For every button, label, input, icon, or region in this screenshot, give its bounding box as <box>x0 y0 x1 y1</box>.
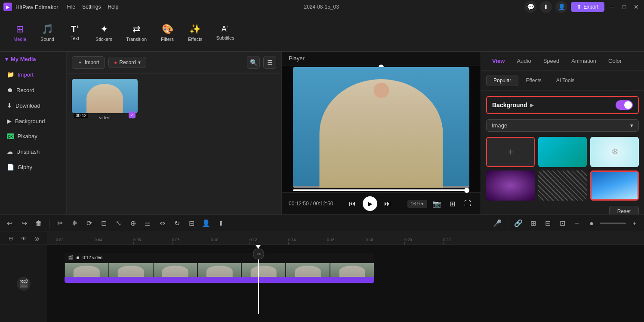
split-button[interactable]: ❄ <box>68 217 80 229</box>
zoom-in-button[interactable]: + <box>629 217 641 229</box>
download-icon[interactable]: ⬇ <box>540 1 552 13</box>
fullscreen-button[interactable]: ⛶ <box>462 198 474 210</box>
grid-view-button[interactable]: ⊟ <box>542 217 554 229</box>
sidebar-item-download[interactable]: ⬇ Download <box>0 98 66 113</box>
player-right-controls: 16:9 ▾ 📷 ⊞ ⛶ <box>407 198 474 210</box>
add-track-button[interactable]: 🎬 <box>17 277 31 291</box>
sidebar-item-import[interactable]: 📁 Import <box>0 67 66 82</box>
pixabay-icon: px <box>7 133 14 139</box>
panel-tab-effects[interactable]: Effects <box>518 75 548 86</box>
menu-file[interactable]: File <box>67 4 75 10</box>
flip-button[interactable]: ⇔ <box>156 217 168 229</box>
menu-settings[interactable]: Settings <box>82 4 101 10</box>
timeline-ruler: 0:02 0:04 0:06 0:08 <box>47 232 644 245</box>
background-type-dropdown[interactable]: Image ▾ <box>486 119 639 132</box>
player-video[interactable] <box>293 67 469 188</box>
menu-help[interactable]: Help <box>108 4 118 10</box>
audio-split-button[interactable]: ⚌ <box>142 217 154 229</box>
background-toggle[interactable] <box>616 100 633 110</box>
titlebar-actions: 💬 ⬇ 👤 ⬆ Export ─ □ ✕ <box>524 1 641 13</box>
video-clip[interactable]: 🎬 ⏺ 0:12 video <box>65 253 374 283</box>
sidebar-item-background[interactable]: ▶ Background <box>0 113 66 129</box>
chat-icon[interactable]: 💬 <box>524 1 536 13</box>
crop-button[interactable]: ⊞ <box>446 198 458 210</box>
tab-view[interactable]: View <box>486 55 511 67</box>
close-button[interactable]: ✕ <box>632 3 641 11</box>
splice-button[interactable]: ⊞ <box>527 217 539 229</box>
blur-faces-button[interactable]: 👤 <box>200 217 212 229</box>
sidebar-item-unsplash[interactable]: ☁ Unsplash <box>0 144 66 159</box>
player-viewport[interactable] <box>282 65 481 192</box>
zoom-slider[interactable] <box>600 223 626 224</box>
record-dot-icon: ● <box>114 59 117 65</box>
bg-preset-add[interactable]: + <box>486 137 535 167</box>
tool-media[interactable]: ⊞ Media <box>7 20 33 45</box>
delete-button[interactable]: 🗑 <box>33 217 45 229</box>
microphone-button[interactable]: 🎤 <box>491 217 503 229</box>
panel-tab-popular[interactable]: Popular <box>486 75 518 86</box>
bg-preset-snowflake[interactable]: ❄ <box>590 137 639 167</box>
ruler-mark-9: 0:20 <box>404 238 412 242</box>
account-icon[interactable]: 👤 <box>555 1 567 13</box>
tool-transition[interactable]: ⇄ Transition <box>120 20 153 45</box>
sidebar-item-pixabay[interactable]: px Pixabay <box>0 129 66 144</box>
maximize-button[interactable]: □ <box>620 3 629 11</box>
cut-button[interactable]: ✂ <box>54 217 66 229</box>
tool-effects[interactable]: ✨ Effects <box>182 20 208 45</box>
tool-stickers[interactable]: ✦ Stickers <box>89 20 118 45</box>
bg-preset-noise[interactable] <box>538 170 587 201</box>
player-progress-bar[interactable] <box>293 189 469 191</box>
link-clip-button[interactable]: 🔗 <box>512 217 524 229</box>
export-button[interactable]: ⬆ Export <box>571 2 604 12</box>
playhead[interactable]: ✂ <box>258 245 259 314</box>
progress-handle[interactable] <box>464 188 469 193</box>
rotate-button[interactable]: ↻ <box>171 217 183 229</box>
aspect-ratio-selector[interactable]: 16:9 ▾ <box>407 200 427 208</box>
bg-preset-purple-tunnel[interactable] <box>486 170 535 201</box>
side-icon-3[interactable]: ◎ <box>32 234 41 243</box>
panel-tab-ai-tools[interactable]: AI Tools <box>549 75 582 86</box>
reset-button[interactable]: Reset <box>609 206 639 214</box>
bg-preset-blue-gradient[interactable] <box>590 170 639 201</box>
zoom-out-button[interactable]: − <box>571 217 583 229</box>
mask-button[interactable]: ⊕ <box>127 217 139 229</box>
caption-button[interactable]: ⊟ <box>185 217 197 229</box>
tool-subtitles[interactable]: A+ Subtitles <box>210 21 240 44</box>
media-icon: ⊞ <box>16 24 24 35</box>
side-icon-1[interactable]: ⊟ <box>6 234 15 243</box>
play-button[interactable]: ▶ <box>363 196 377 211</box>
timeline-side-track: 🎬 <box>0 245 47 322</box>
bg-preset-teal[interactable] <box>538 137 587 167</box>
tab-speed[interactable]: Speed <box>537 55 566 67</box>
search-button[interactable]: 🔍 <box>247 56 260 69</box>
crop-timeline-button[interactable]: ⊡ <box>98 217 110 229</box>
list-view-button[interactable]: ☰ <box>263 56 276 69</box>
step-forward-button[interactable]: ⏭ <box>382 198 394 210</box>
redo-button[interactable]: ↪ <box>18 217 30 229</box>
side-icon-2[interactable]: 👁 <box>19 234 28 243</box>
minimize-button[interactable]: ─ <box>608 3 616 11</box>
stabilize-button[interactable]: ⟳ <box>83 217 95 229</box>
screenshot-button[interactable]: 📷 <box>431 198 443 210</box>
import-button[interactable]: ＋ Import <box>72 56 105 69</box>
resize-button[interactable]: ⤡ <box>112 217 124 229</box>
export-clip-button[interactable]: ⬆ <box>215 217 227 229</box>
fit-button[interactable]: ⊡ <box>556 217 568 229</box>
tool-text[interactable]: T+ Text <box>62 21 88 44</box>
record-button[interactable]: ● Record ▾ <box>108 57 146 68</box>
background-arrow-icon: ▶ <box>7 118 12 124</box>
tab-animation[interactable]: Animation <box>565 55 602 67</box>
tool-sound[interactable]: 🎵 Sound <box>34 20 60 45</box>
tab-color[interactable]: Color <box>602 55 628 67</box>
search-icon: 🔍 <box>250 59 257 66</box>
media-item-video[interactable]: 00:12 ✓ video <box>72 79 138 120</box>
tool-filters[interactable]: 🎨 Filters <box>154 20 180 45</box>
tab-audio[interactable]: Audio <box>511 55 537 67</box>
sidebar-item-record[interactable]: ⏺ Record <box>0 82 66 98</box>
playhead-scissors[interactable]: ✂ <box>253 248 264 260</box>
sidebar-title[interactable]: ▾ My Media <box>0 52 66 67</box>
timeline-main[interactable]: 0:02 0:04 0:06 0:08 <box>47 232 644 322</box>
step-back-button[interactable]: ⏮ <box>346 198 358 210</box>
sidebar-item-giphy[interactable]: 📄 Giphy <box>0 159 66 175</box>
undo-button[interactable]: ↩ <box>3 217 15 229</box>
